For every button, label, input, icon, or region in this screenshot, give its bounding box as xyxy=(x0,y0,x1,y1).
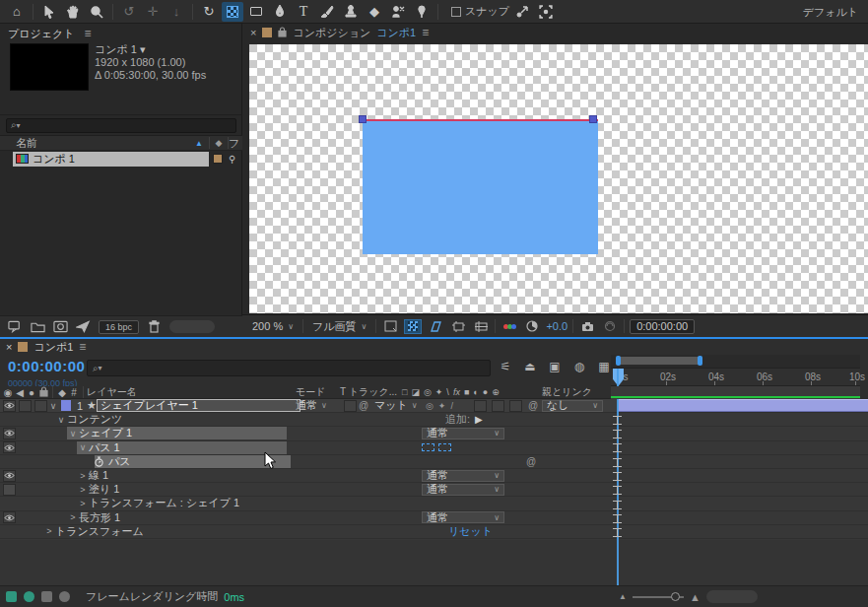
property-group-row[interactable]: > トランスフォーム : シェイプ 1 xyxy=(0,497,868,510)
trash-icon[interactable] xyxy=(147,320,162,333)
zoom-slider[interactable] xyxy=(633,596,684,598)
timeline-tab-label[interactable]: コンポ1 xyxy=(33,340,73,355)
solo-column-icon[interactable]: ● xyxy=(26,387,37,398)
project-tab-label[interactable]: プロジェクト xyxy=(8,27,75,41)
puppet-pin-tool-icon[interactable] xyxy=(411,2,433,22)
property-group-row[interactable]: > トランスフォーム リセット xyxy=(0,525,868,539)
time-ruler[interactable]: 0s 02s 04s 06s 08s 10s xyxy=(611,368,860,386)
group-name[interactable]: シェイプ 1 xyxy=(79,426,132,440)
layer-label-chip[interactable] xyxy=(61,400,71,411)
path-vertex-handle-right[interactable] xyxy=(589,115,597,123)
shape-rectangle[interactable] xyxy=(363,119,598,254)
timeline-zoom-control[interactable]: ▲ ▲ xyxy=(619,590,758,603)
video-column-icon[interactable]: ◉ xyxy=(2,387,14,398)
snap-along-edges-icon[interactable] xyxy=(511,2,533,22)
property-name[interactable]: パス xyxy=(108,454,131,469)
group-name[interactable]: トランスフォーム xyxy=(55,524,144,539)
twirl-open-icon[interactable]: ∨ xyxy=(47,401,59,411)
timeline-tab[interactable]: × コンポ1 ≡ xyxy=(0,339,868,355)
bit-depth-button[interactable]: 16 bpc xyxy=(99,320,139,334)
property-pickwhip-icon[interactable]: @ xyxy=(526,456,536,467)
group-name[interactable]: 塗り 1 xyxy=(89,482,119,497)
resolution-dropdown[interactable]: フル画質∨ xyxy=(308,318,370,334)
draft-3d-icon[interactable]: ⏏ xyxy=(522,360,538,373)
camera-tool-icon[interactable] xyxy=(222,2,243,22)
motion-blur-icon[interactable]: ◍ xyxy=(571,360,587,373)
channel-icon[interactable] xyxy=(501,319,518,334)
label-column-icon[interactable]: ◆ xyxy=(210,138,228,148)
eraser-tool-icon[interactable]: ◆ xyxy=(364,2,385,22)
brush-tool-icon[interactable] xyxy=(316,2,338,22)
new-composition-icon[interactable] xyxy=(53,320,68,333)
region-of-interest-icon[interactable] xyxy=(449,319,467,334)
twirl-closed-icon[interactable]: > xyxy=(67,512,79,522)
eye-icon[interactable] xyxy=(3,428,16,439)
hand-tool-icon[interactable] xyxy=(62,2,84,22)
layer-duration-bar[interactable] xyxy=(618,399,868,412)
zoom-out-icon[interactable]: ▲ xyxy=(619,592,627,601)
property-group-row[interactable]: > 塗り 1 通常∨ xyxy=(0,483,868,497)
preserve-transparency-toggle[interactable] xyxy=(344,400,357,412)
twirl-open-icon[interactable]: ∨ xyxy=(67,429,79,438)
twirl-closed-icon[interactable]: > xyxy=(77,471,89,481)
zoom-tool-icon[interactable] xyxy=(86,2,107,22)
add-label[interactable]: 追加: xyxy=(445,412,470,427)
composition-flowchart-icon[interactable]: ⚟ xyxy=(498,360,513,373)
new-folder-icon[interactable] xyxy=(31,320,45,333)
audio-toggle[interactable] xyxy=(19,400,32,412)
show-snapshot-icon[interactable] xyxy=(601,319,619,334)
group-name[interactable]: コンテンツ xyxy=(67,412,122,427)
group-name[interactable]: 長方形 1 xyxy=(79,510,120,525)
path-direction-icons[interactable] xyxy=(422,443,451,451)
property-group-row[interactable]: > 長方形 1 通常∨ xyxy=(0,511,868,525)
timeline-empty-area[interactable] xyxy=(0,540,868,585)
active-comp-name[interactable]: コンポ1 xyxy=(376,26,416,40)
property-group-row[interactable]: ∨ コンテンツ 追加: ▶ xyxy=(0,413,868,427)
group-blend-mode-dropdown[interactable]: 通常∨ xyxy=(422,428,504,439)
timeline-search-input[interactable]: ⌕▾ xyxy=(87,360,491,376)
comp-info-name[interactable]: コンポ 1 ▾ xyxy=(95,43,206,56)
panel-menu-icon[interactable]: ≡ xyxy=(85,27,92,40)
guides-icon[interactable] xyxy=(472,319,490,334)
number-column-icon[interactable]: # xyxy=(68,387,80,398)
pan-camera-tool-icon[interactable]: ✛ xyxy=(142,2,164,22)
panel-menu-icon[interactable]: ≡ xyxy=(422,26,429,39)
motion-blur-switch[interactable] xyxy=(492,400,504,412)
close-icon[interactable]: × xyxy=(6,341,12,353)
add-menu-icon[interactable]: ▶ xyxy=(475,414,483,425)
group-blend-mode-dropdown[interactable]: 通常∨ xyxy=(422,511,504,523)
group-name[interactable]: 線 1 xyxy=(89,468,108,483)
twirl-closed-icon[interactable]: > xyxy=(77,499,89,508)
parent-link-column-header[interactable]: 親とリンク xyxy=(542,385,592,399)
track-matte-column-header[interactable]: T トラック... xyxy=(340,385,397,399)
layer-switches[interactable]: ◎✦/ xyxy=(426,401,453,411)
layer-name-field[interactable]: シェイプレイヤー 1 xyxy=(97,399,300,412)
snap-extend-icon[interactable] xyxy=(535,2,557,22)
lock-icon[interactable] xyxy=(278,27,287,39)
twirl-closed-icon[interactable]: > xyxy=(43,526,55,536)
mode-column-header[interactable]: モード xyxy=(296,385,325,399)
clone-stamp-tool-icon[interactable] xyxy=(340,2,362,22)
name-column-header[interactable]: 名前 xyxy=(0,136,195,151)
type-tool-icon[interactable]: T xyxy=(293,2,314,22)
rectangle-tool-icon[interactable] xyxy=(245,2,267,22)
label-column-icon[interactable]: ◆ xyxy=(56,387,68,398)
zoom-in-icon[interactable]: ▲ xyxy=(690,591,701,603)
track-matte-dropdown[interactable]: マット∨ xyxy=(374,400,420,412)
layer-row[interactable]: ∨ 1 ★ シェイプレイヤー 1 通常∨ @ マット∨ ◎✦/ @ なし∨ xyxy=(0,399,868,413)
blend-mode-dropdown[interactable]: 通常∨ xyxy=(296,400,337,412)
home-icon[interactable]: ⌂ xyxy=(6,2,28,22)
snap-checkbox[interactable] xyxy=(451,7,461,17)
transparency-grid-icon[interactable] xyxy=(404,319,422,334)
twirl-open-icon[interactable]: ∨ xyxy=(77,442,89,452)
switches-column-icons[interactable]: □◪ ◎✦ \fx ■◐ ●⊕ xyxy=(402,387,500,397)
composition-viewport[interactable] xyxy=(249,44,868,313)
choose-grid-icon[interactable] xyxy=(381,319,399,334)
property-group-row[interactable]: ∨ パス 1 xyxy=(0,441,868,455)
mask-visibility-icon[interactable] xyxy=(427,319,444,334)
exposure-value[interactable]: +0.0 xyxy=(546,320,568,332)
layer-name-column-header[interactable]: レイヤー名 xyxy=(87,385,292,399)
navigator-end-handle[interactable] xyxy=(698,356,702,366)
label-color-swatch[interactable] xyxy=(213,154,223,164)
property-group-row[interactable]: > 線 1 通常∨ xyxy=(0,469,868,483)
